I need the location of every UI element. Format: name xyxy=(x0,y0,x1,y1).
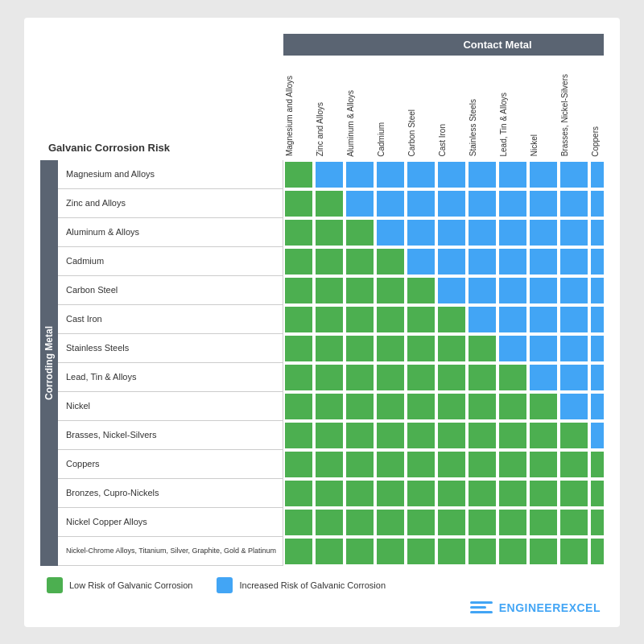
data-cell-r9-c7 xyxy=(497,421,528,450)
col-header-2: Aluminum & Alloys xyxy=(345,56,375,160)
data-cell-r10-c10 xyxy=(589,450,604,479)
data-cell-r8-c5 xyxy=(436,392,467,421)
data-cell-r7-c7 xyxy=(497,363,528,392)
data-cell-r10-c9 xyxy=(559,450,589,479)
data-cell-r4-c7 xyxy=(497,276,528,305)
table-row: Carbon Steel xyxy=(40,276,604,305)
data-cell-r6-c9 xyxy=(559,334,589,363)
data-cell-r12-c8 xyxy=(528,508,559,537)
data-cell-r6-c0 xyxy=(283,334,314,363)
data-cell-r2-c6 xyxy=(467,218,497,247)
data-cell-r7-c8 xyxy=(528,363,559,392)
data-cell-r0-c10 xyxy=(589,160,604,189)
col-header-3: Cadmium xyxy=(375,56,406,160)
data-cell-r3-c10 xyxy=(589,247,604,276)
data-cell-r8-c7 xyxy=(497,392,528,421)
table-row: Cadmium xyxy=(40,247,604,276)
row-label-cell: Bronzes, Cupro-Nickels xyxy=(58,479,283,508)
data-cell-r7-c6 xyxy=(467,363,497,392)
data-cell-r2-c2 xyxy=(345,218,375,247)
data-cell-r1-c3 xyxy=(375,189,406,218)
row-label-cell: Aluminum & Alloys xyxy=(58,218,283,247)
data-cell-r10-c1 xyxy=(314,450,345,479)
data-cell-r12-c4 xyxy=(406,508,436,537)
data-cell-r12-c2 xyxy=(345,508,375,537)
data-cell-r10-c8 xyxy=(528,450,559,479)
data-cell-r2-c9 xyxy=(559,218,589,247)
data-cell-r9-c3 xyxy=(375,421,406,450)
data-cell-r1-c10 xyxy=(589,189,604,218)
data-cell-r4-c10 xyxy=(589,276,604,305)
data-cell-r8-c0 xyxy=(283,392,314,421)
data-cell-r11-c6 xyxy=(467,479,497,508)
data-cell-r6-c7 xyxy=(497,334,528,363)
data-cell-r5-c0 xyxy=(283,305,314,334)
data-cell-r4-c3 xyxy=(375,276,406,305)
main-card: Contact Metal Galvanic Corrosion Risk Ma… xyxy=(24,18,620,627)
corrosion-table: Contact Metal Galvanic Corrosion Risk Ma… xyxy=(40,34,604,566)
data-cell-r11-c10 xyxy=(589,479,604,508)
data-cell-r10-c7 xyxy=(497,450,528,479)
data-cell-r13-c7 xyxy=(497,537,528,566)
row-label-cell: Cadmium xyxy=(58,247,283,276)
data-cell-r7-c10 xyxy=(589,363,604,392)
legend-green-label: Low Risk of Galvanic Corrosion xyxy=(69,580,192,590)
data-cell-r4-c0 xyxy=(283,276,314,305)
legend-blue-label: Increased Risk of Galvanic Corrosion xyxy=(239,580,386,590)
data-cell-r13-c6 xyxy=(467,537,497,566)
data-cell-r3-c4 xyxy=(406,247,436,276)
data-cell-r0-c2 xyxy=(345,160,375,189)
data-cell-r6-c2 xyxy=(345,334,375,363)
data-cell-r8-c6 xyxy=(467,392,497,421)
row-label-cell: Nickel-Chrome Alloys, Titanium, Silver, … xyxy=(58,537,283,566)
row-label-cell: Lead, Tin & Alloys xyxy=(58,363,283,392)
data-cell-r9-c0 xyxy=(283,421,314,450)
data-cell-r11-c9 xyxy=(559,479,589,508)
col-header-8: Nickel xyxy=(528,56,559,160)
row-label-cell: Nickel Copper Alloys xyxy=(58,508,283,537)
logo-lines xyxy=(470,601,493,613)
data-cell-r6-c4 xyxy=(406,334,436,363)
data-cell-r4-c8 xyxy=(528,276,559,305)
legend-blue: Increased Risk of Galvanic Corrosion xyxy=(217,577,386,593)
data-cell-r4-c1 xyxy=(314,276,345,305)
row-label-cell: Magnesium and Alloys xyxy=(58,160,283,189)
legend: Low Risk of Galvanic Corrosion Increased… xyxy=(40,577,604,593)
data-cell-r10-c0 xyxy=(283,450,314,479)
data-cell-r3-c8 xyxy=(528,247,559,276)
row-label-cell: Zinc and Alloys xyxy=(58,189,283,218)
data-cell-r13-c0 xyxy=(283,537,314,566)
row-label-cell: Carbon Steel xyxy=(58,276,283,305)
row-label-cell: Stainless Steels xyxy=(58,334,283,363)
data-cell-r9-c5 xyxy=(436,421,467,450)
data-cell-r8-c8 xyxy=(528,392,559,421)
data-cell-r6-c3 xyxy=(375,334,406,363)
data-cell-r1-c7 xyxy=(497,189,528,218)
data-cell-r1-c4 xyxy=(406,189,436,218)
row-label-cell: Cast Iron xyxy=(58,305,283,334)
data-cell-r13-c5 xyxy=(436,537,467,566)
data-cell-r4-c2 xyxy=(345,276,375,305)
data-cell-r12-c1 xyxy=(314,508,345,537)
table-row: Nickel xyxy=(40,392,604,421)
data-cell-r11-c5 xyxy=(436,479,467,508)
table-row: Lead, Tin & Alloys xyxy=(40,363,604,392)
data-cell-r1-c9 xyxy=(559,189,589,218)
data-cell-r11-c3 xyxy=(375,479,406,508)
data-cell-r6-c1 xyxy=(314,334,345,363)
data-cell-r13-c8 xyxy=(528,537,559,566)
legend-green: Low Risk of Galvanic Corrosion xyxy=(47,577,192,593)
galvanic-corrosion-risk-label: Galvanic Corrosion Risk xyxy=(40,142,283,154)
data-cell-r7-c4 xyxy=(406,363,436,392)
contact-metal-header: Contact Metal xyxy=(283,34,604,56)
data-cell-r6-c10 xyxy=(589,334,604,363)
logo-text: ENGINEEREXCEL xyxy=(499,601,601,614)
col-header-9: Brasses, Nickel-Silvers xyxy=(559,56,589,160)
data-cell-r8-c10 xyxy=(589,392,604,421)
data-cell-r0-c1 xyxy=(314,160,345,189)
data-cell-r3-c9 xyxy=(559,247,589,276)
col-header-10: Coppers xyxy=(589,56,604,160)
logo-text-black: ENGINEER xyxy=(499,601,561,614)
data-cell-r13-c9 xyxy=(559,537,589,566)
data-cell-r12-c7 xyxy=(497,508,528,537)
